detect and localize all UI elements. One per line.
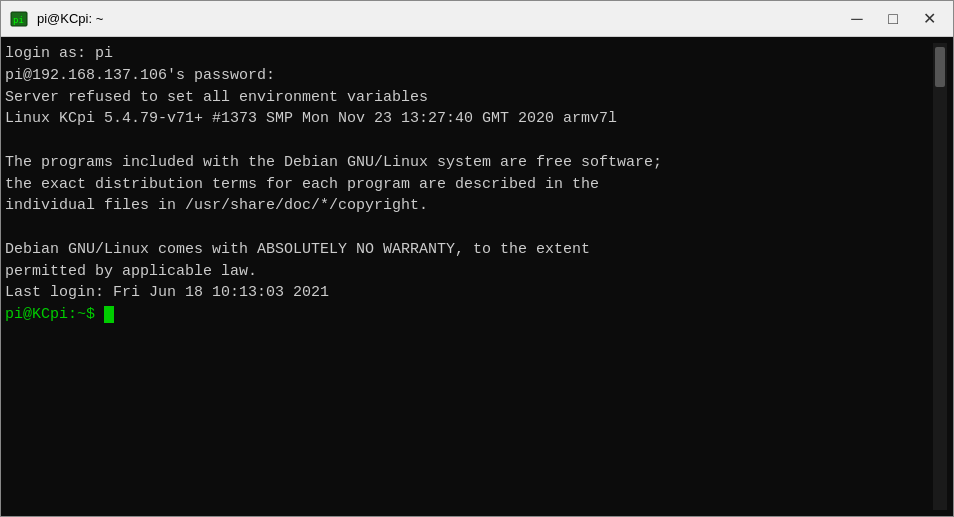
minimize-button[interactable]: ─ xyxy=(841,5,873,33)
scrollbar[interactable] xyxy=(933,43,947,510)
terminal-output: login as: pi pi@192.168.137.106's passwo… xyxy=(5,43,933,510)
terminal-body[interactable]: login as: pi pi@192.168.137.106's passwo… xyxy=(1,37,953,516)
terminal-prompt: pi@KCpi:~$ xyxy=(5,306,104,323)
svg-text:pi: pi xyxy=(13,15,24,25)
maximize-button[interactable]: □ xyxy=(877,5,909,33)
close-button[interactable]: ✕ xyxy=(913,5,945,33)
window-controls: ─ □ ✕ xyxy=(841,5,945,33)
title-bar: pi pi@KCpi: ~ ─ □ ✕ xyxy=(1,1,953,37)
scrollbar-thumb[interactable] xyxy=(935,47,945,87)
terminal-cursor xyxy=(104,306,114,323)
terminal-line-1: login as: pi pi@192.168.137.106's passwo… xyxy=(5,45,662,301)
app-icon: pi xyxy=(9,9,29,29)
window-title: pi@KCpi: ~ xyxy=(37,11,841,26)
terminal-window: pi pi@KCpi: ~ ─ □ ✕ login as: pi pi@192.… xyxy=(0,0,954,517)
